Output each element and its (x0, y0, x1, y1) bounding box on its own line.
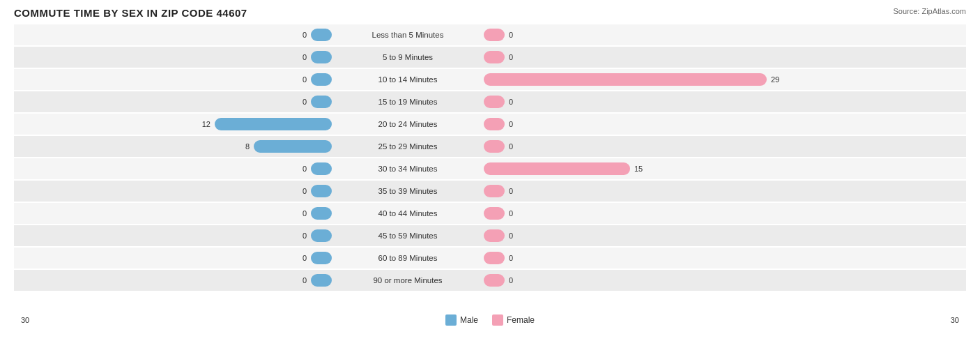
legend-items: Male Female (42, 314, 938, 326)
male-bar (311, 73, 332, 86)
male-value: 0 (293, 31, 307, 39)
female-bar (484, 73, 767, 86)
female-value: 0 (509, 187, 523, 195)
axis-right: 30 (938, 316, 959, 324)
axis-left: 30 (21, 316, 42, 324)
chart-row: 090 or more Minutes0 (14, 270, 966, 291)
row-label: 35 to 39 Minutes (335, 187, 481, 195)
chart-row: 825 to 29 Minutes0 (14, 136, 966, 157)
female-value: 0 (509, 209, 523, 218)
row-label: 25 to 29 Minutes (335, 142, 481, 151)
row-label: 45 to 59 Minutes (335, 232, 481, 240)
female-bar (484, 96, 505, 108)
female-value: 0 (509, 142, 523, 151)
female-swatch (492, 314, 503, 326)
male-value: 0 (293, 232, 307, 240)
male-bar (311, 29, 332, 41)
female-bar (484, 162, 630, 175)
title-row: COMMUTE TIME BY SEX IN ZIP CODE 44607 So… (14, 7, 966, 19)
legend-male: Male (445, 314, 478, 326)
chart-row: 010 to 14 Minutes29 (14, 69, 966, 90)
female-value: 0 (509, 53, 523, 61)
row-label: 60 to 89 Minutes (335, 254, 481, 262)
source-text: Source: ZipAtlas.com (893, 7, 966, 15)
male-value: 0 (293, 98, 307, 106)
female-value: 0 (509, 98, 523, 106)
male-label: Male (460, 315, 478, 325)
row-label: 15 to 19 Minutes (335, 98, 481, 106)
female-value: 0 (509, 232, 523, 240)
male-bar (311, 252, 332, 264)
male-value: 0 (293, 75, 307, 84)
chart-row: 060 to 89 Minutes0 (14, 248, 966, 268)
chart-row: 030 to 34 Minutes15 (14, 158, 966, 179)
chart-title: COMMUTE TIME BY SEX IN ZIP CODE 44607 (14, 7, 247, 19)
chart-row: 045 to 59 Minutes0 (14, 225, 966, 246)
male-bar (311, 96, 332, 108)
female-bar (484, 252, 505, 264)
male-bar (311, 162, 332, 175)
female-bar (484, 140, 505, 153)
male-bar (311, 185, 332, 197)
chart-row: 035 to 39 Minutes0 (14, 181, 966, 202)
male-bar (311, 207, 332, 220)
row-label: 90 or more Minutes (335, 276, 481, 285)
row-label: 40 to 44 Minutes (335, 209, 481, 218)
female-value: 15 (634, 165, 648, 173)
male-value: 0 (293, 276, 307, 285)
female-value: 0 (509, 276, 523, 285)
chart-container: COMMUTE TIME BY SEX IN ZIP CODE 44607 So… (0, 0, 980, 364)
chart-row: 040 to 44 Minutes0 (14, 203, 966, 224)
chart-row: 0Less than 5 Minutes0 (14, 24, 966, 45)
male-value: 0 (293, 187, 307, 195)
row-label: 20 to 24 Minutes (335, 120, 481, 128)
female-bar (484, 51, 505, 63)
female-bar (484, 29, 505, 41)
row-label: 10 to 14 Minutes (335, 75, 481, 84)
chart-row: 015 to 19 Minutes0 (14, 91, 966, 112)
female-bar (484, 229, 505, 242)
male-value: 12 (197, 120, 210, 128)
row-label: 30 to 34 Minutes (335, 165, 481, 173)
female-bar (484, 185, 505, 197)
female-value: 0 (509, 254, 523, 262)
male-value: 0 (293, 254, 307, 262)
male-bar (254, 140, 332, 153)
female-value: 0 (509, 31, 523, 39)
row-label: 5 to 9 Minutes (335, 53, 481, 61)
female-bar (484, 274, 505, 287)
male-value: 0 (293, 209, 307, 218)
female-value: 29 (771, 75, 785, 84)
male-bar (215, 118, 332, 130)
female-bar (484, 207, 505, 220)
row-label: Less than 5 Minutes (335, 31, 481, 39)
male-value: 0 (293, 165, 307, 173)
female-value: 0 (509, 120, 523, 128)
chart-row: 05 to 9 Minutes0 (14, 47, 966, 68)
male-bar (311, 229, 332, 242)
legend-female: Female (492, 314, 535, 326)
male-swatch (445, 314, 457, 326)
male-value: 8 (236, 142, 250, 151)
chart-row: 1220 to 24 Minutes0 (14, 114, 966, 135)
female-bar (484, 118, 505, 130)
male-bar (311, 274, 332, 287)
chart-area: 0Less than 5 Minutes005 to 9 Minutes0010… (14, 24, 966, 310)
male-value: 0 (293, 53, 307, 61)
female-label: Female (507, 315, 535, 325)
male-bar (311, 51, 332, 63)
legend-row: 30 Male Female 30 (14, 314, 966, 326)
